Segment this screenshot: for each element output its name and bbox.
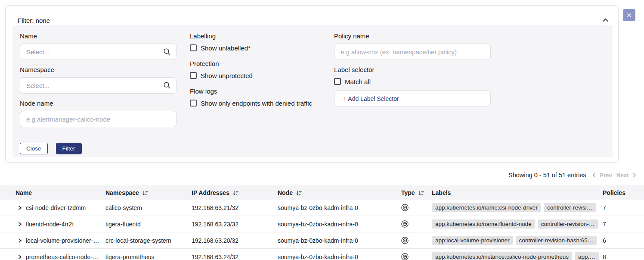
- column-header-policies: Policies: [600, 189, 644, 196]
- chevron-right-icon[interactable]: [633, 172, 636, 178]
- endpoint-type: [401, 220, 432, 228]
- show-unprotected-checkbox[interactable]: [190, 72, 197, 79]
- endpoint-policies: 7: [600, 204, 644, 211]
- column-header-ip-addresses[interactable]: IP Addresses: [192, 189, 278, 196]
- label-chip: controller-revision-hash:65…: [516, 236, 597, 245]
- endpoint-node: soumya-bz-0zbo-kadm-infra-0: [278, 237, 401, 244]
- sort-icon[interactable]: [296, 190, 302, 195]
- chevron-right-icon: [18, 254, 22, 260]
- column-header-type[interactable]: Type: [401, 189, 432, 196]
- chevron-right-icon: [18, 205, 22, 210]
- endpoint-type: [401, 204, 432, 211]
- label-chip: app.…: [575, 252, 599, 260]
- endpoint-ip: 192.168.63.24/32: [192, 254, 278, 260]
- pod-type-icon: [401, 237, 409, 244]
- protection-heading: Protection: [190, 60, 332, 67]
- pagination-summary: Showing 0 - 51 of 51 entries: [508, 172, 586, 179]
- table-row[interactable]: prometheus-calico-node-… tigera-promethe…: [0, 249, 644, 260]
- endpoint-node: soumya-bz-0zbo-kadm-infra-0: [278, 254, 401, 260]
- column-header-namespace[interactable]: Namespace: [105, 189, 192, 196]
- endpoint-name: prometheus-calico-node-…: [26, 254, 105, 260]
- endpoint-policies: 8: [600, 254, 644, 260]
- endpoint-name: csi-node-driver-tzdmm: [26, 204, 105, 211]
- collapse-panel-button[interactable]: [600, 15, 610, 25]
- endpoint-ip: 192.168.63.21/32: [192, 204, 278, 211]
- namespace-select-input[interactable]: [20, 77, 176, 94]
- label-chip: app:local-volume-provisioner: [432, 236, 513, 245]
- filter-column-right: Policy name Label selector Match all + A…: [334, 25, 491, 107]
- endpoint-namespace: tigera-fluentd: [105, 221, 192, 228]
- name-field-label: Name: [20, 32, 176, 40]
- endpoint-type: [401, 253, 432, 260]
- pod-type-icon: [401, 220, 409, 228]
- policy-name-field-label: Policy name: [334, 32, 491, 40]
- filter-panel: Filter: none Name Namespace: [5, 5, 619, 163]
- match-all-checkbox[interactable]: [334, 78, 341, 85]
- endpoint-policies: 6: [600, 237, 644, 244]
- endpoint-namespace: crc-local-storage-system: [105, 237, 192, 244]
- endpoint-name: fluentd-node-4rr2t: [26, 221, 105, 228]
- table-header-row: Name Namespace IP Addresses Node Type La…: [0, 185, 644, 200]
- endpoint-labels: app.kubernetes.io/instance:calico-node-p…: [432, 252, 600, 260]
- endpoint-ip: 192.168.63.20/32: [192, 237, 278, 244]
- endpoint-ip: 192.168.63.23/32: [192, 221, 278, 228]
- denied-traffic-label: Show only endpoints with denied traffic: [201, 100, 312, 107]
- chevron-right-icon: [18, 238, 22, 243]
- sort-icon[interactable]: [232, 190, 238, 195]
- sort-icon[interactable]: [418, 190, 424, 195]
- endpoint-type: [401, 237, 432, 244]
- denied-traffic-checkbox[interactable]: [190, 100, 197, 107]
- table-row[interactable]: csi-node-driver-tzdmm calico-system 192.…: [0, 200, 644, 216]
- prev-button[interactable]: Prev: [600, 172, 612, 179]
- label-chip: app.kubernetes.io/instance:calico-node-p…: [432, 252, 572, 260]
- chevron-right-icon: [18, 222, 22, 227]
- namespace-field-label: Namespace: [20, 66, 176, 73]
- label-chip: app.kubernetes.io/name:csi-node-driver: [432, 203, 541, 212]
- filter-form: Name Namespace Node name Close: [12, 25, 613, 157]
- column-header-labels: Labels: [432, 189, 600, 196]
- filter-column-left: Name Namespace Node name Close: [20, 25, 176, 154]
- chevron-left-icon[interactable]: [592, 172, 596, 178]
- endpoint-node: soumya-bz-0zbo-kadm-infra-0: [278, 221, 401, 228]
- expand-row-button[interactable]: [15, 220, 24, 229]
- column-header-node[interactable]: Node: [278, 189, 401, 196]
- labelling-heading: Labelling: [190, 32, 332, 40]
- label-chip: app.kubernetes.io/name:fluentd-node: [432, 219, 535, 229]
- chevron-up-icon: [602, 18, 609, 22]
- filter-button[interactable]: Filter: [56, 143, 82, 154]
- endpoints-table: Name Namespace IP Addresses Node Type La…: [0, 185, 644, 260]
- filter-panel-title: Filter: none: [18, 17, 50, 24]
- column-header-name: Name: [15, 189, 105, 196]
- filter-column-middle: Labelling Show unlabelled* Protection Sh…: [190, 25, 332, 107]
- flow-logs-heading: Flow logs: [190, 88, 332, 95]
- endpoint-labels: app.kubernetes.io/name:fluentd-node cont…: [432, 219, 600, 229]
- add-label-selector-button[interactable]: + Add Label Selector: [334, 90, 491, 107]
- endpoint-namespace: calico-system: [105, 204, 192, 211]
- show-unlabelled-checkbox[interactable]: [190, 44, 197, 51]
- endpoint-policies: 7: [600, 221, 644, 228]
- expand-row-button[interactable]: [15, 236, 24, 245]
- expand-row-button[interactable]: [15, 204, 24, 212]
- close-panel-button[interactable]: [623, 9, 635, 21]
- node-name-input[interactable]: [20, 111, 176, 127]
- label-chip: controller-revisi…: [544, 203, 596, 212]
- endpoint-labels: app.kubernetes.io/name:csi-node-driver c…: [432, 203, 600, 212]
- show-unprotected-label: Show unprotected: [201, 72, 253, 79]
- show-unlabelled-label: Show unlabelled*: [201, 44, 251, 52]
- table-row[interactable]: fluentd-node-4rr2t tigera-fluentd 192.16…: [0, 216, 644, 232]
- close-button[interactable]: Close: [20, 143, 48, 154]
- sort-icon[interactable]: [142, 190, 148, 195]
- node-name-field-label: Node name: [20, 100, 176, 107]
- expand-row-button[interactable]: [15, 253, 24, 260]
- table-row[interactable]: local-volume-provisioner-… crc-local-sto…: [0, 232, 644, 249]
- name-select-input[interactable]: [20, 44, 176, 60]
- pagination: Showing 0 - 51 of 51 entries Prev Next: [508, 171, 636, 179]
- label-selector-heading: Label selector: [334, 66, 491, 73]
- pod-type-icon: [401, 204, 409, 211]
- pod-type-icon: [401, 253, 409, 260]
- next-button[interactable]: Next: [616, 172, 629, 179]
- policy-name-input[interactable]: [334, 44, 491, 60]
- match-all-label: Match all: [345, 78, 371, 85]
- label-chip: controller-revision-…: [538, 219, 598, 229]
- close-icon: [627, 13, 632, 18]
